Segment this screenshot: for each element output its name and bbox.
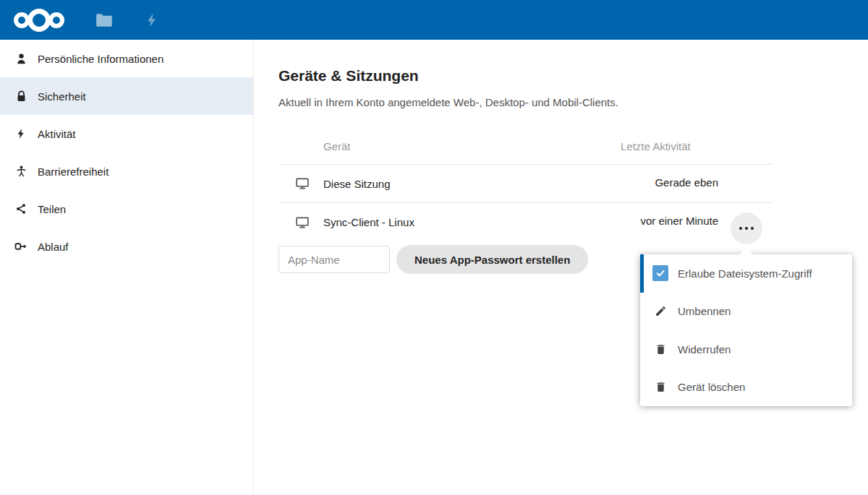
table-header: Gerät Letzte Aktivität (278, 130, 773, 165)
menu-item-rename[interactable]: Umbennen (640, 293, 852, 331)
menu-item-label: Widerrufen (678, 343, 731, 356)
menu-item-allow-filesystem-access[interactable]: Erlaube Dateisystem-Zugriff (640, 254, 852, 293)
lightning-icon (13, 126, 29, 142)
nextcloud-logo[interactable] (13, 8, 65, 33)
page-subtitle: Aktuell in Ihrem Konto angemeldete Web-,… (278, 96, 773, 108)
share-icon (13, 201, 29, 217)
trash-icon (652, 379, 668, 395)
sidebar-item-label: Ablauf (38, 241, 69, 253)
checkbox-checked-icon[interactable] (652, 265, 668, 281)
menu-item-label: Umbennen (678, 305, 731, 317)
sidebar-item-personal-info[interactable]: Persönliche Informationen (0, 40, 253, 77)
sidebar-item-accessibility[interactable]: Barrierefreiheit (0, 152, 253, 190)
sidebar-item-flow[interactable]: Ablauf (0, 228, 253, 265)
menu-item-label: Gerät löschen (678, 381, 745, 393)
pencil-icon (652, 304, 668, 319)
flow-icon (13, 238, 29, 254)
sidebar-item-label: Aktivität (38, 128, 76, 140)
security-settings-section: Geräte & Sitzungen Aktuell in Ihrem Kont… (278, 40, 773, 274)
lock-icon (13, 88, 29, 104)
column-header-last-activity: Letzte Aktivität (621, 140, 691, 152)
table-row: Sync-Client - Linux vor einer Minute (278, 203, 773, 241)
sidebar-item-label: Persönliche Informationen (38, 53, 163, 65)
monitor-icon (295, 215, 310, 230)
monitor-icon (295, 176, 310, 191)
device-actions-menu: Erlaube Dateisystem-Zugriff Umbennen Wid… (640, 254, 852, 406)
menu-item-label: Erlaube Dateisystem-Zugriff (678, 267, 812, 280)
device-name: Diese Sitzung (323, 178, 391, 190)
popover-arrow (740, 247, 753, 254)
last-activity: Gerade eben (655, 176, 718, 189)
sidebar-item-label: Teilen (38, 203, 66, 215)
app-name-input[interactable] (278, 246, 390, 273)
trash-icon (652, 341, 668, 357)
menu-item-delete-device[interactable]: Gerät löschen (640, 369, 852, 407)
create-app-password-button[interactable]: Neues App-Passwort erstellen (396, 245, 588, 274)
device-actions-more-button[interactable] (731, 212, 762, 244)
user-icon (13, 51, 29, 66)
ellipsis-dot (739, 227, 742, 230)
sidebar-item-label: Barrierefreiheit (38, 165, 109, 178)
accessibility-icon (13, 163, 29, 179)
last-activity: vor einer Minute (640, 215, 718, 227)
activity-icon[interactable] (129, 0, 175, 40)
device-name: Sync-Client - Linux (323, 216, 414, 228)
files-icon[interactable] (81, 0, 127, 40)
table-row: Diese Sitzung Gerade eben (278, 165, 773, 203)
sidebar-item-label: Sicherheit (38, 90, 86, 103)
sidebar-item-activity[interactable]: Aktivität (0, 115, 253, 152)
column-header-device: Gerät (323, 140, 351, 152)
menu-item-revoke[interactable]: Widerrufen (640, 330, 852, 369)
page-title: Geräte & Sitzungen (278, 67, 773, 85)
sidebar-item-sharing[interactable]: Teilen (0, 190, 253, 228)
ellipsis-dot (745, 227, 748, 230)
top-header-bar (0, 0, 868, 40)
settings-sidebar: Persönliche Informationen Sicherheit Akt… (0, 40, 254, 495)
sidebar-item-security[interactable]: Sicherheit (0, 77, 253, 115)
sessions-table: Gerät Letzte Aktivität Diese Sitzung Ger… (278, 130, 773, 241)
ellipsis-dot (751, 227, 754, 230)
